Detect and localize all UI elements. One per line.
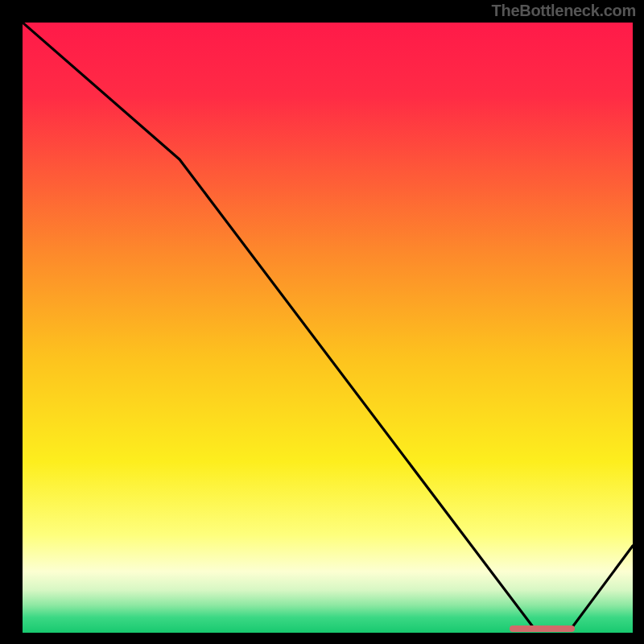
plot-area bbox=[23, 23, 633, 633]
attribution-text: TheBottleneck.com bbox=[492, 2, 636, 20]
bottleneck-curve bbox=[23, 23, 633, 633]
optimal-range-marker bbox=[510, 625, 575, 632]
chart-container: TheBottleneck.com bbox=[0, 0, 644, 644]
